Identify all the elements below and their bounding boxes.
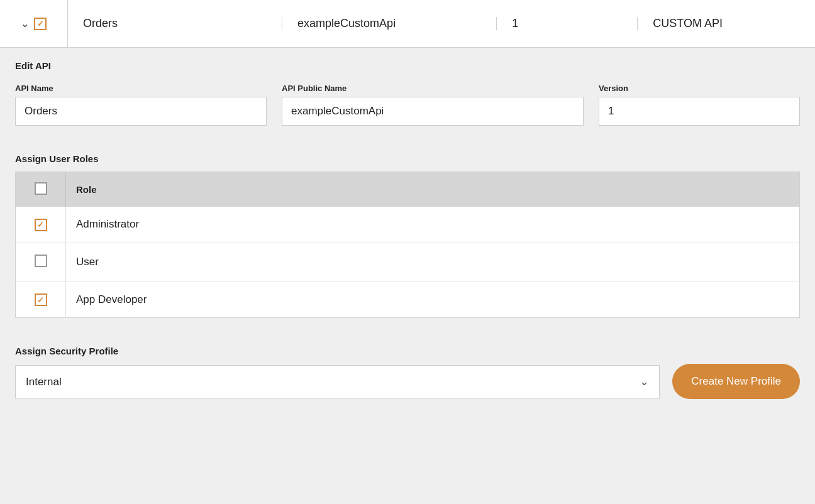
role-name-cell: App Developer xyxy=(66,282,800,318)
version-group: Version xyxy=(599,84,800,126)
user-roles-title: Assign User Roles xyxy=(15,153,800,164)
role-name-cell: Administrator xyxy=(66,207,800,243)
table-row: App Developer xyxy=(16,282,800,318)
row-checkbox[interactable] xyxy=(34,18,47,30)
row-api-public-name: exampleCustomApi xyxy=(282,17,497,30)
role-name-cell: User xyxy=(66,243,800,282)
edit-api-section: Edit API API Name API Public Name Versio… xyxy=(0,48,815,141)
edit-api-form-row: API Name API Public Name Version xyxy=(15,84,800,126)
top-row: ⌄ Orders exampleCustomApi 1 CUSTOM API xyxy=(0,0,815,48)
user-roles-section: Assign User Roles Role xyxy=(0,141,815,333)
create-new-profile-button[interactable]: Create New Profile xyxy=(672,364,800,399)
table-row: User xyxy=(16,243,800,282)
header-checkbox-col xyxy=(16,172,66,207)
api-name-label: API Name xyxy=(15,84,267,93)
role-checkbox-cell xyxy=(16,207,66,243)
api-public-name-label: API Public Name xyxy=(282,84,584,93)
row-version: 1 xyxy=(497,17,638,30)
row-expand-controls[interactable]: ⌄ xyxy=(0,0,68,47)
security-profile-select[interactable]: Internal External Admin xyxy=(16,366,659,398)
header-role-col: Role xyxy=(66,172,800,207)
api-name-group: API Name xyxy=(15,84,267,126)
version-label: Version xyxy=(599,84,800,93)
role-checkbox-cell xyxy=(16,243,66,282)
roles-table: Role Administrator xyxy=(15,172,800,318)
row-type: CUSTOM API xyxy=(638,17,815,30)
edit-api-title: Edit API xyxy=(15,60,800,71)
roles-table-header-row: Role xyxy=(16,172,800,207)
row-api-name: Orders xyxy=(68,17,282,30)
chevron-down-icon: ⌄ xyxy=(21,18,29,30)
api-public-name-group: API Public Name xyxy=(282,84,584,126)
role-checkbox-cell xyxy=(16,282,66,318)
user-checkbox[interactable] xyxy=(35,255,47,267)
version-input[interactable] xyxy=(599,97,800,126)
security-profile-section: Assign Security Profile Internal Externa… xyxy=(0,333,815,418)
api-name-input[interactable] xyxy=(15,97,267,126)
security-profile-row: Internal External Admin ⌄ Create New Pro… xyxy=(15,364,800,399)
app-developer-checkbox[interactable] xyxy=(35,293,47,306)
administrator-checkbox[interactable] xyxy=(35,219,47,231)
api-public-name-input[interactable] xyxy=(282,97,584,126)
table-row: Administrator xyxy=(16,207,800,243)
security-profile-select-wrapper: Internal External Admin ⌄ xyxy=(15,365,660,398)
page-container: ⌄ Orders exampleCustomApi 1 CUSTOM API E… xyxy=(0,0,815,504)
select-all-checkbox[interactable] xyxy=(35,182,47,195)
security-profile-title: Assign Security Profile xyxy=(15,346,800,356)
